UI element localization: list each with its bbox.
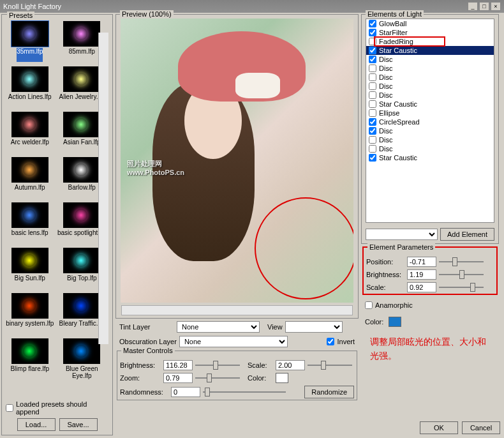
preset-item[interactable]: basic lens.lfp xyxy=(4,202,56,246)
preview-hscrollbar[interactable] xyxy=(121,305,353,315)
scale-slider[interactable] xyxy=(308,360,352,370)
element-type-select[interactable] xyxy=(366,229,438,240)
master-color-swatch[interactable] xyxy=(276,373,288,383)
element-item[interactable]: GlowBall xyxy=(366,19,494,28)
element-item[interactable]: Disc xyxy=(366,73,494,82)
element-label: StarFilter xyxy=(379,29,408,36)
preset-item[interactable]: binary system.lfp xyxy=(4,293,56,337)
cancel-button[interactable]: Cancel xyxy=(462,421,500,434)
element-checkbox[interactable] xyxy=(369,73,376,81)
element-checkbox[interactable] xyxy=(369,56,376,63)
element-item[interactable]: CircleSpread xyxy=(366,117,494,126)
preview-panel: Preview (100%) 照片处理网 www.PhotoPS.cn xyxy=(115,14,359,319)
save-button[interactable]: Save... xyxy=(59,418,98,431)
preview-image[interactable]: 照片处理网 www.PhotoPS.cn xyxy=(121,19,353,303)
close-button[interactable]: × xyxy=(491,2,501,11)
preset-thumbnail xyxy=(11,66,48,92)
element-item[interactable]: Disc xyxy=(366,126,494,135)
presets-scrollbar[interactable] xyxy=(98,33,108,344)
preset-label: Big Top.lfp xyxy=(67,275,97,289)
element-checkbox[interactable] xyxy=(369,145,376,153)
element-label: Disc xyxy=(379,145,392,153)
element-label: Star Caustic xyxy=(379,154,417,162)
anamorphic-checkbox[interactable] xyxy=(365,301,373,309)
param-brightness-slider[interactable] xyxy=(439,269,484,280)
element-color-swatch[interactable] xyxy=(389,317,401,327)
param-scale-input[interactable] xyxy=(407,282,436,292)
element-item[interactable]: Star Caustic xyxy=(366,100,494,109)
preset-thumbnail xyxy=(63,202,100,228)
element-checkbox[interactable] xyxy=(369,29,376,36)
element-checkbox[interactable] xyxy=(369,47,376,54)
brightness-slider[interactable] xyxy=(195,360,240,370)
append-checkbox-row[interactable]: Loaded presets should append xyxy=(6,400,108,416)
preset-label: Action Lines.lfp xyxy=(8,93,52,107)
position-label: Position: xyxy=(366,258,404,266)
scale-input[interactable] xyxy=(276,360,305,370)
element-checkbox[interactable] xyxy=(369,20,376,27)
elements-list[interactable]: GlowBallStarFilterFadedRingStar CausticD… xyxy=(366,19,494,223)
load-button[interactable]: Load... xyxy=(17,418,56,431)
preset-item[interactable]: Blimp flare.lfp xyxy=(4,338,56,382)
zoom-label: Zoom: xyxy=(120,374,161,382)
element-item[interactable]: Disc xyxy=(366,135,494,144)
randomness-slider[interactable] xyxy=(203,387,286,397)
param-scale-slider[interactable] xyxy=(439,282,484,292)
element-checkbox[interactable] xyxy=(369,64,376,72)
element-checkbox[interactable] xyxy=(369,91,376,99)
element-parameters-panel: Element Parameters Position: Brightness:… xyxy=(362,246,498,295)
element-item[interactable]: Star Caustic xyxy=(366,153,494,162)
element-item[interactable]: Disc xyxy=(366,91,494,100)
invert-row[interactable]: Invert xyxy=(327,338,355,345)
randomize-button[interactable]: Randomize xyxy=(304,386,354,398)
element-item[interactable]: Disc xyxy=(366,64,494,73)
element-checkbox[interactable] xyxy=(369,154,376,162)
preset-item[interactable]: Blue Green Eye.lfp xyxy=(57,338,108,382)
app-title: Knoll Light Factory xyxy=(3,3,61,10)
element-label: Disc xyxy=(379,136,392,144)
element-item[interactable]: Ellipse xyxy=(366,109,494,117)
preset-item[interactable]: Autumn.lfp xyxy=(4,157,56,201)
element-checkbox[interactable] xyxy=(369,82,376,90)
preset-item[interactable]: Action Lines.lfp xyxy=(4,66,56,110)
add-element-button[interactable]: Add Element xyxy=(440,228,494,241)
element-item[interactable]: StarFilter xyxy=(366,28,494,37)
element-item[interactable]: Disc xyxy=(366,82,494,91)
element-checkbox[interactable] xyxy=(369,127,376,135)
append-checkbox[interactable] xyxy=(6,404,13,412)
brightness-input[interactable] xyxy=(163,360,193,370)
element-item[interactable]: Disc xyxy=(366,55,494,64)
preset-thumbnail xyxy=(11,157,48,183)
view-select[interactable] xyxy=(285,321,343,333)
preset-thumbnail xyxy=(63,293,100,319)
randomness-input[interactable] xyxy=(171,387,200,397)
position-input[interactable] xyxy=(407,257,436,267)
anamorphic-row[interactable]: Anamorphic xyxy=(360,299,500,312)
preset-item[interactable]: 35mm.lfp xyxy=(4,21,56,65)
zoom-input[interactable] xyxy=(163,373,193,383)
element-checkbox[interactable] xyxy=(369,118,376,126)
element-checkbox[interactable] xyxy=(369,136,376,144)
preset-label: 85mm.lfp xyxy=(69,48,95,62)
ok-button[interactable]: OK xyxy=(420,421,458,434)
position-slider[interactable] xyxy=(439,257,484,267)
invert-checkbox[interactable] xyxy=(327,338,334,345)
element-item[interactable]: Star Caustic xyxy=(366,46,494,55)
preset-item[interactable]: Big Sun.lfp xyxy=(4,248,56,292)
tint-layer-select[interactable]: None xyxy=(177,321,260,333)
preset-label: binary system.lfp xyxy=(6,320,54,334)
preset-label: Barlow.lfp xyxy=(68,184,96,198)
element-item[interactable]: Disc xyxy=(366,144,494,153)
maximize-button[interactable]: □ xyxy=(479,2,489,11)
presets-title: Presets xyxy=(7,11,34,19)
zoom-slider[interactable] xyxy=(195,373,240,383)
randomness-label: Randomness: xyxy=(120,388,168,396)
element-checkbox[interactable] xyxy=(369,109,376,117)
param-brightness-input[interactable] xyxy=(407,269,436,280)
obscuration-select[interactable]: None xyxy=(179,336,288,347)
preset-item[interactable]: Arc welder.lfp xyxy=(4,112,56,156)
element-checkbox[interactable] xyxy=(369,100,376,108)
minimize-button[interactable]: _ xyxy=(468,2,478,11)
preset-thumbnail xyxy=(63,157,100,183)
window-controls: _ □ × xyxy=(468,2,501,11)
